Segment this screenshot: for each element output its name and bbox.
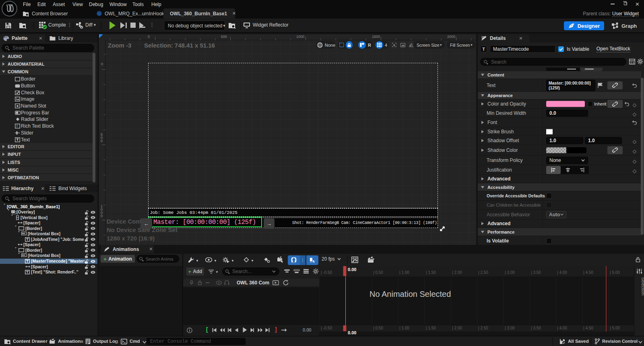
svg-text:T: T [16,124,18,128]
